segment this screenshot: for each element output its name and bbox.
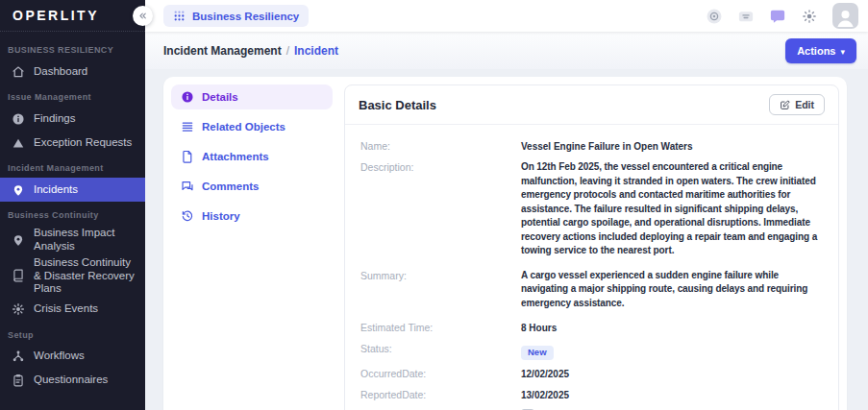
content-area: Incident Management / Incident Actions D… [145, 32, 868, 410]
sidebar-item-exception-requests[interactable]: Exception Requests [0, 131, 145, 155]
field-label: OccurredDate: [360, 367, 521, 381]
tab-label: Related Objects [202, 121, 285, 133]
sidebar-item-label: Dashboard [34, 65, 87, 79]
basic-details-card: Basic Details Edit Name:Vessel Engine Fa… [344, 84, 839, 410]
home-icon [12, 65, 25, 79]
field-row-status: Status:New [360, 342, 823, 360]
chevrons-left-icon [137, 11, 148, 21]
tab-comments[interactable]: Comments [171, 174, 333, 199]
gear-icon [12, 302, 25, 316]
field-row-summary: Summary:A cargo vessel experienced a sud… [360, 269, 823, 311]
tab-details[interactable]: Details [171, 84, 333, 109]
field-label: ReportedDate: [360, 388, 521, 402]
field-row-occurreddate: OccurredDate:12/02/2025 [360, 367, 823, 381]
sidebar-item-incidents[interactable]: Incidents [0, 178, 145, 202]
field-label: Summary: [360, 269, 521, 283]
field-value: A cargo vessel experienced a sudden engi… [521, 269, 823, 311]
field-label: Status: [360, 342, 521, 356]
tab-history[interactable]: History [171, 204, 333, 229]
sidebar-section-label: BUSINESS RESILIENCY [0, 36, 145, 60]
tab-label: Attachments [202, 151, 269, 162]
edit-icon [780, 100, 790, 110]
sidebar-item-dashboard[interactable]: Dashboard [0, 60, 145, 84]
sidebar-item-crisis-events[interactable]: Crisis Events [0, 298, 145, 322]
clipboard-icon [12, 374, 25, 387]
logo-row: OPERLITY [0, 0, 145, 32]
field-value: Vessel Engine Failure in Open Waters [521, 139, 823, 154]
field-value: 12/02/2025 [521, 367, 823, 381]
field-row-name: Name:Vessel Engine Failure in Open Water… [360, 139, 823, 154]
basic-details-body: Name:Vessel Engine Failure in Open Water… [345, 125, 838, 410]
chat-icon [769, 8, 786, 25]
actions-button-label: Actions [797, 45, 835, 57]
sidebar-nav: BUSINESS RESILIENCYDashboardIssue Manage… [0, 32, 145, 393]
field-row-description: Description:On 12th Feb 2025, the vessel… [360, 160, 823, 258]
tab-attachments[interactable]: Attachments [171, 144, 333, 169]
breadcrumb-parent: Incident Management [163, 44, 282, 58]
info-filled-icon [12, 112, 25, 126]
sidebar-item-label: Incidents [34, 183, 78, 197]
incident-panel: DetailsRelated ObjectsAttachmentsComment… [163, 77, 847, 410]
sidebar-section-label: Setup [0, 322, 145, 345]
grid-icon [173, 10, 186, 22]
sidebar-section-label: Business Continuity [0, 202, 145, 225]
status-badge: New [521, 346, 554, 360]
user-avatar[interactable] [832, 3, 858, 29]
topbar: Business Resiliency [145, 0, 868, 32]
tab-label: Details [202, 91, 238, 103]
sidebar: OPERLITY BUSINESS RESILIENCYDashboardIss… [0, 0, 145, 410]
sidebar-item-label: Findings [34, 112, 75, 126]
breadcrumb-current[interactable]: Incident [294, 44, 338, 58]
app-switcher-chip[interactable]: Business Resiliency [163, 5, 309, 27]
book-icon [12, 269, 25, 282]
theme-toggle-button[interactable] [801, 8, 818, 25]
sidebar-item-label: Business Continuity & Disaster Recovery … [34, 256, 139, 296]
card-title: Basic Details [359, 98, 436, 112]
edit-button-label: Edit [795, 99, 814, 110]
sidebar-item-business-continuity-disaster-recovery-plans[interactable]: Business Continuity & Disaster Recovery … [0, 254, 145, 298]
field-label: Description: [360, 160, 521, 175]
detail-tabs: DetailsRelated ObjectsAttachmentsComment… [171, 84, 336, 410]
breadcrumb-bar: Incident Management / Incident Actions [145, 32, 868, 69]
notes-icon [737, 8, 755, 25]
sidebar-item-label: Exception Requests [34, 136, 132, 150]
tab-label: History [202, 210, 240, 222]
sidebar-collapse-button[interactable] [133, 6, 153, 26]
basic-details-header: Basic Details Edit [345, 85, 838, 125]
field-label: Estimated Time: [360, 321, 521, 335]
sidebar-item-business-impact-analysis[interactable]: Business Impact Analysis [0, 225, 145, 254]
breadcrumb-separator: / [286, 44, 289, 58]
chat-button[interactable] [769, 8, 786, 25]
breadcrumb: Incident Management / Incident [163, 44, 338, 58]
document-icon [181, 150, 194, 163]
field-row-estimated-time: Estimated Time:8 Hours [360, 321, 823, 335]
warning-icon [12, 136, 25, 150]
sidebar-item-workflows[interactable]: Workflows [0, 345, 145, 369]
edit-button[interactable]: Edit [769, 94, 825, 115]
sidebar-item-findings[interactable]: Findings [0, 107, 145, 131]
sidebar-section-label: Issue Management [0, 84, 145, 107]
target-button[interactable] [706, 8, 723, 25]
workflow-icon [12, 350, 25, 363]
sidebar-section-label: Incident Management [0, 155, 145, 178]
field-value: 8 Hours [521, 321, 823, 335]
notes-button[interactable] [737, 8, 755, 25]
sidebar-item-questionnaires[interactable]: Questionnaires [0, 369, 145, 393]
tab-related-objects[interactable]: Related Objects [171, 114, 333, 139]
pin-filled-icon [12, 183, 25, 197]
pin-filled-icon [12, 233, 25, 247]
sidebar-item-label: Crisis Events [34, 302, 98, 316]
person-icon [834, 7, 856, 29]
info-filled-icon [181, 90, 194, 104]
field-value: 13/02/2025 [521, 388, 823, 402]
field-value: New [521, 342, 823, 360]
field-row-reporteddate: ReportedDate:13/02/2025 [360, 388, 823, 402]
field-value: On 12th Feb 2025, the vessel encountered… [521, 160, 823, 258]
app-switcher-label: Business Resiliency [192, 11, 299, 22]
field-label: Name: [360, 139, 521, 154]
sidebar-item-label: Questionnaires [34, 374, 108, 387]
actions-button[interactable]: Actions [785, 38, 856, 63]
tab-label: Comments [202, 181, 259, 192]
sidebar-item-label: Business Impact Analysis [34, 227, 139, 253]
topbar-right [706, 3, 868, 29]
